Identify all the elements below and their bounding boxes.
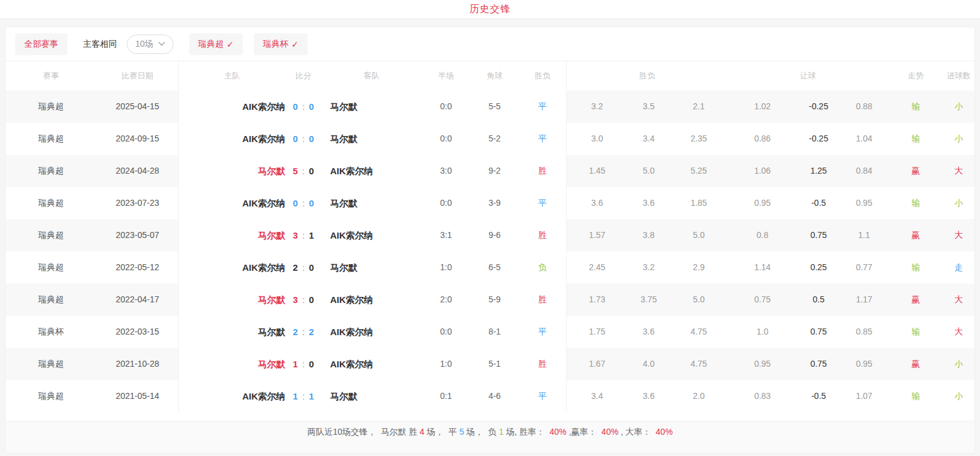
score-cell: 0:0 <box>285 187 322 219</box>
handicap-cell: 0.75 <box>797 348 840 380</box>
same-venue-toggle[interactable]: 主客相同 <box>83 39 117 50</box>
match-count-dropdown[interactable]: 10场 <box>127 35 174 54</box>
handicap-cell: 1.17 <box>840 284 888 316</box>
handicap-cell: 0.75 <box>728 284 797 316</box>
away-team: 马尔默 <box>322 123 422 155</box>
odds-cell: 5.0 <box>627 155 670 187</box>
odds-cell: 1.57 <box>567 219 627 251</box>
half-cell: 0:0 <box>422 187 470 219</box>
score-away: 0 <box>309 101 314 112</box>
score-away: 1 <box>309 391 314 401</box>
handicap-cell: 0.95 <box>728 348 797 380</box>
table-header-row: 赛事 比赛日期 主队 比分 客队 半场 角球 胜负 胜负 让球 走势 进球数 <box>5 61 975 90</box>
odds-cell: 3.4 <box>627 123 670 155</box>
handicap-cell: -0.5 <box>797 187 840 219</box>
league1-label: 瑞典超 <box>198 39 224 50</box>
score-away: 0 <box>309 359 314 369</box>
all-matches-button[interactable]: 全部赛事 <box>15 33 67 55</box>
date-cell: 2021-10-28 <box>96 348 179 380</box>
league-cell: 瑞典超 <box>5 380 96 412</box>
date-cell: 2021-05-14 <box>96 380 179 412</box>
score-separator: : <box>302 230 305 240</box>
score-away: 0 <box>309 166 314 176</box>
odds-cell: 3.6 <box>627 380 670 412</box>
score-cell: 0:0 <box>285 123 322 155</box>
handicap-cell: 0.95 <box>840 348 888 380</box>
odds-cell: 3.6 <box>627 316 670 348</box>
table-row: 瑞典超 2021-05-14 AIK索尔纳 1:1 马尔默 0:1 4-6 平 … <box>5 380 975 412</box>
odds-cell: 3.75 <box>627 284 670 316</box>
handicap-cell: 0.86 <box>728 123 797 155</box>
away-team: 马尔默 <box>322 380 422 412</box>
summary-segment: 40% <box>656 427 673 437</box>
date-cell: 2022-03-15 <box>96 316 179 348</box>
goals-cell: 大 <box>943 219 975 251</box>
handicap-cell: 0.84 <box>840 155 888 187</box>
trend-cell: 赢 <box>888 155 943 187</box>
corners-cell: 9-2 <box>470 155 519 187</box>
league-cell: 瑞典超 <box>5 251 96 284</box>
odds-cell: 3.5 <box>627 90 670 123</box>
handicap-cell: 1.06 <box>728 155 797 187</box>
odds-cell: 1.75 <box>567 316 627 348</box>
half-cell: 2:0 <box>422 284 470 316</box>
handicap-cell: 0.95 <box>840 187 888 219</box>
league-filter-swedish-allsvenskan[interactable]: 瑞典超 ✓ <box>189 33 243 55</box>
score-home: 2 <box>293 262 298 273</box>
half-cell: 0:0 <box>422 123 470 155</box>
trend-cell: 输 <box>888 187 943 219</box>
handicap-cell: 0.77 <box>840 251 888 284</box>
handicap-cell: 1.14 <box>728 251 797 284</box>
date-cell: 2022-05-12 <box>96 251 179 284</box>
half-cell: 0:0 <box>422 316 470 348</box>
home-team: AIK索尔纳 <box>179 187 285 219</box>
table-row: 瑞典超 2025-04-15 AIK索尔纳 0:0 马尔默 0:0 5-5 平 … <box>5 90 975 123</box>
score-separator: : <box>302 327 305 337</box>
odds-cell: 3.4 <box>567 380 627 412</box>
odds-cell: 3.2 <box>567 90 627 123</box>
handicap-cell: 1.0 <box>728 316 797 348</box>
score-home: 3 <box>293 230 298 240</box>
score-cell: 1:0 <box>285 348 322 380</box>
score-cell: 3:1 <box>285 219 322 251</box>
trend-cell: 赢 <box>888 219 943 251</box>
corners-cell: 4-6 <box>470 380 519 412</box>
odds-cell: 1.45 <box>567 155 627 187</box>
result-cell: 胜 <box>519 284 567 316</box>
away-team: AIK索尔纳 <box>322 284 422 316</box>
trend-cell: 输 <box>888 380 943 412</box>
handicap-cell: 0.88 <box>840 90 888 123</box>
corners-cell: 8-1 <box>470 316 519 348</box>
goals-cell: 大 <box>943 155 975 187</box>
league-filter-swedish-cup[interactable]: 瑞典杯 ✓ <box>254 33 308 55</box>
result-cell: 平 <box>519 123 567 155</box>
league-cell: 瑞典超 <box>5 348 96 380</box>
corners-cell: 6-5 <box>470 251 519 284</box>
header-odds-group: 胜负 <box>567 61 728 90</box>
score-separator: : <box>302 166 305 176</box>
score-separator: : <box>302 359 305 369</box>
score-home: 2 <box>293 327 298 337</box>
summary-bar: 两队近10场交锋， 马尔默 胜 4 场， 平 5 场， 负 1 场, 胜率： 4… <box>5 421 975 453</box>
header-away: 客队 <box>322 61 422 90</box>
date-cell: 2023-05-07 <box>96 219 179 251</box>
handicap-cell: 0.75 <box>797 316 840 348</box>
handicap-cell: -0.25 <box>797 123 840 155</box>
table-row: 瑞典超 2023-05-07 马尔默 3:1 AIK索尔纳 3:1 9-6 胜 … <box>5 219 975 251</box>
summary-text: 两队近10场交锋， 马尔默 胜 4 场， 平 5 场， 负 1 场, 胜率： 4… <box>307 427 672 438</box>
trend-cell: 输 <box>888 251 943 284</box>
result-cell: 平 <box>519 316 567 348</box>
table-row: 瑞典超 2024-04-28 马尔默 5:0 AIK索尔纳 3:0 9-2 胜 … <box>5 155 975 187</box>
score-home: 1 <box>293 359 298 369</box>
chevron-down-icon <box>158 42 165 46</box>
result-cell: 胜 <box>519 348 567 380</box>
odds-cell: 4.0 <box>627 348 670 380</box>
result-cell: 平 <box>519 187 567 219</box>
handicap-cell: 1.25 <box>797 155 840 187</box>
goals-cell: 大 <box>943 284 975 316</box>
score-separator: : <box>302 198 305 208</box>
summary-segment: 两队近10场交锋， 马尔默 胜 <box>307 427 419 437</box>
score-separator: : <box>302 391 305 401</box>
league-cell: 瑞典杯 <box>5 316 96 348</box>
away-team: 马尔默 <box>322 187 422 219</box>
